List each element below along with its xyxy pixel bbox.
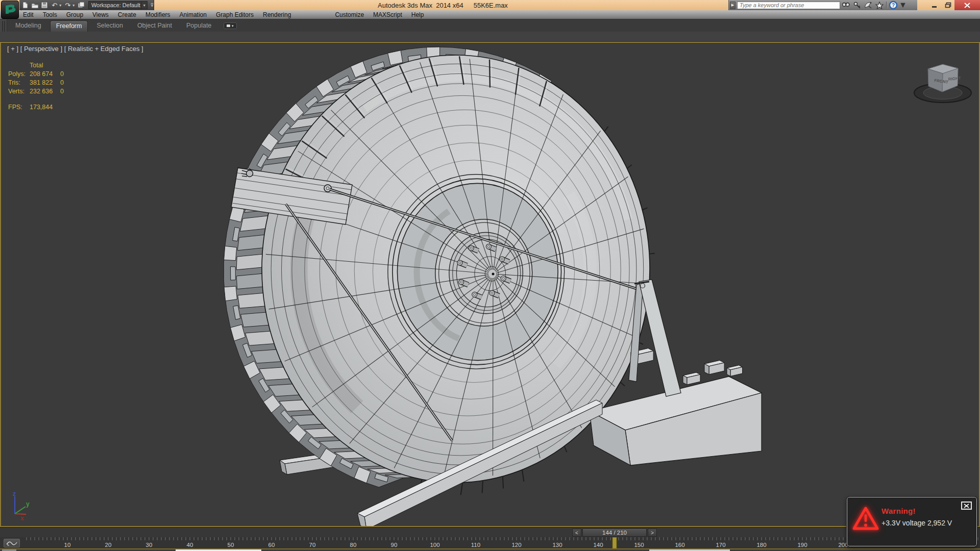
svg-text:?: ? xyxy=(892,3,895,8)
stat-row-tris: Tris:381 8220 xyxy=(7,79,64,87)
mini-curve-editor-button[interactable] xyxy=(4,539,20,547)
warning-title: Warning! xyxy=(881,507,916,515)
svg-text:180: 180 xyxy=(756,542,766,548)
ribbon-tab-modeling[interactable]: Modeling xyxy=(10,20,47,32)
view-cube[interactable]: FRONT RIGHT xyxy=(911,52,975,105)
svg-text:90: 90 xyxy=(391,542,398,548)
svg-text:60: 60 xyxy=(268,542,275,548)
svg-text:50: 50 xyxy=(228,542,234,548)
ribbon-tab-freeform[interactable]: Freeform xyxy=(50,20,88,32)
menu-item-rendering[interactable]: Rendering xyxy=(258,10,296,19)
track-bar-ruler[interactable]: 1020304050607080901001101201301401501601… xyxy=(0,537,980,548)
window-title: Autodesk 3ds Max 2014 x6455K6E.max xyxy=(378,2,508,9)
redo-icon[interactable]: ↷ xyxy=(64,1,72,10)
ribbon-tab-bar: ModelingFreeformSelectionObject PaintPop… xyxy=(0,19,980,32)
world-axis-gizmo: z y x xyxy=(3,491,39,522)
ribbon-collapsed-strip xyxy=(0,32,980,42)
track-bar[interactable]: 1020304050607080901001101201301401501601… xyxy=(0,537,980,548)
svg-text:z: z xyxy=(13,491,16,497)
time-slider-handle[interactable]: 144 / 210 xyxy=(582,529,647,537)
stat-row-polys: Polys:208 6740 xyxy=(7,70,64,79)
undo-icon[interactable]: ↶ xyxy=(51,1,59,10)
3dsmax-logo-icon xyxy=(4,3,17,16)
svg-text:170: 170 xyxy=(716,542,725,548)
previous-frame-button[interactable]: < xyxy=(572,529,581,537)
warning-popup: Warning! +3.3V voltage 2,952 V xyxy=(847,497,977,546)
svg-text:130: 130 xyxy=(552,542,562,548)
perspective-viewport[interactable]: [ + ] [ Perspective ] [ Realistic + Edge… xyxy=(0,42,980,527)
svg-text:70: 70 xyxy=(309,542,316,548)
menu-bar: EditToolsGroupViewsCreateModifiersAnimat… xyxy=(0,10,980,19)
menu-item-animation[interactable]: Animation xyxy=(175,10,211,19)
svg-text:120: 120 xyxy=(511,542,521,548)
close-button[interactable] xyxy=(954,0,980,10)
menu-item-graph-editors[interactable]: Graph Editors xyxy=(211,10,258,19)
workspace-dropdown[interactable]: Workspace: Default xyxy=(88,1,141,9)
menu-item-modifiers[interactable]: Modifiers xyxy=(141,10,175,19)
ribbon-minimize-button[interactable]: ▼ xyxy=(224,22,237,29)
next-frame-button[interactable]: > xyxy=(648,529,657,537)
svg-text:10: 10 xyxy=(64,542,71,548)
svg-text:80: 80 xyxy=(350,542,357,548)
svg-text:140: 140 xyxy=(593,542,603,548)
svg-text:150: 150 xyxy=(634,542,644,548)
toolbar-overflow-icon[interactable]: ⊽ xyxy=(150,3,154,8)
app-logo-button[interactable] xyxy=(1,1,19,19)
menu-item-views[interactable]: Views xyxy=(88,10,113,19)
time-slider[interactable]: < 144 / 210 > xyxy=(0,527,980,537)
viewport-label: [ + ] [ Perspective ] [ Realistic + Edge… xyxy=(7,45,143,53)
warning-close-button[interactable] xyxy=(961,502,972,510)
minimize-button[interactable] xyxy=(928,0,941,10)
viewport-menu-plus[interactable]: [ + ] xyxy=(7,45,18,53)
3dsmax-window: Autodesk 3ds Max 2014 x6455K6E.max ▼ ↶▼ … xyxy=(0,0,980,551)
menu-item-tools[interactable]: Tools xyxy=(38,10,62,19)
svg-text:160: 160 xyxy=(675,542,684,548)
search-input[interactable] xyxy=(737,2,840,9)
svg-text:40: 40 xyxy=(187,542,193,548)
search-icon[interactable] xyxy=(840,1,851,10)
warning-message: +3.3V voltage 2,952 V xyxy=(881,519,952,527)
svg-text:y: y xyxy=(26,500,30,508)
favorites-star-icon[interactable] xyxy=(874,1,885,10)
undo-dropdown-arrow[interactable]: ▼ xyxy=(59,4,62,7)
ribbon-tab-object-paint[interactable]: Object Paint xyxy=(132,20,178,32)
help-dropdown-arrow[interactable]: ▼ xyxy=(899,1,907,10)
svg-text:110: 110 xyxy=(471,542,480,548)
logo-dropdown-arrow[interactable]: ▼ xyxy=(19,7,23,12)
svg-text:RIGHT: RIGHT xyxy=(948,76,961,82)
workspace-dropdown-arrow[interactable]: ▼ xyxy=(141,1,148,9)
stat-row-fps: FPS:173,844 xyxy=(7,103,64,112)
save-icon[interactable] xyxy=(40,1,48,10)
warning-triangle-icon xyxy=(851,505,880,532)
help-icon[interactable]: ? xyxy=(888,1,899,10)
infocenter-expander-icon[interactable]: ▶ xyxy=(730,2,736,9)
key-icon[interactable] xyxy=(851,1,863,10)
menu-item-maxscript[interactable]: MAXScript xyxy=(369,10,407,19)
viewport-menu-view[interactable]: [ Perspective ] xyxy=(20,45,62,53)
svg-text:20: 20 xyxy=(105,542,112,548)
restore-button[interactable] xyxy=(941,0,954,10)
infocenter-bar: ▶ ? ▼ xyxy=(728,0,917,10)
ribbon-tab-selection[interactable]: Selection xyxy=(91,20,128,32)
svg-text:190: 190 xyxy=(797,542,807,548)
menu-item-help[interactable]: Help xyxy=(407,10,429,19)
svg-text:100: 100 xyxy=(430,542,439,548)
viewport-menu-shading[interactable]: [ Realistic + Edged Faces ] xyxy=(64,45,143,53)
svg-text:30: 30 xyxy=(146,542,153,548)
menu-item-group[interactable]: Group xyxy=(62,10,88,19)
open-file-icon[interactable] xyxy=(31,1,39,10)
menu-item-create[interactable]: Create xyxy=(113,10,141,19)
menu-item-customize[interactable]: Customize xyxy=(330,10,369,19)
svg-text:x: x xyxy=(20,515,24,522)
communication-center-icon[interactable] xyxy=(863,1,874,10)
stat-row-verts: Verts:232 6360 xyxy=(7,87,64,96)
tire-model-wireframe xyxy=(1,43,979,526)
project-folder-icon[interactable] xyxy=(77,1,85,10)
redo-dropdown-arrow[interactable]: ▼ xyxy=(72,4,76,7)
viewport-statistics: TotalPolys:208 6740Tris:381 8220Verts:23… xyxy=(7,61,64,112)
ribbon-tab-populate[interactable]: Populate xyxy=(181,20,217,32)
quick-access-toolbar: ↶▼ ↷▼ Workspace: Default ▼ ⊽ xyxy=(19,0,154,10)
